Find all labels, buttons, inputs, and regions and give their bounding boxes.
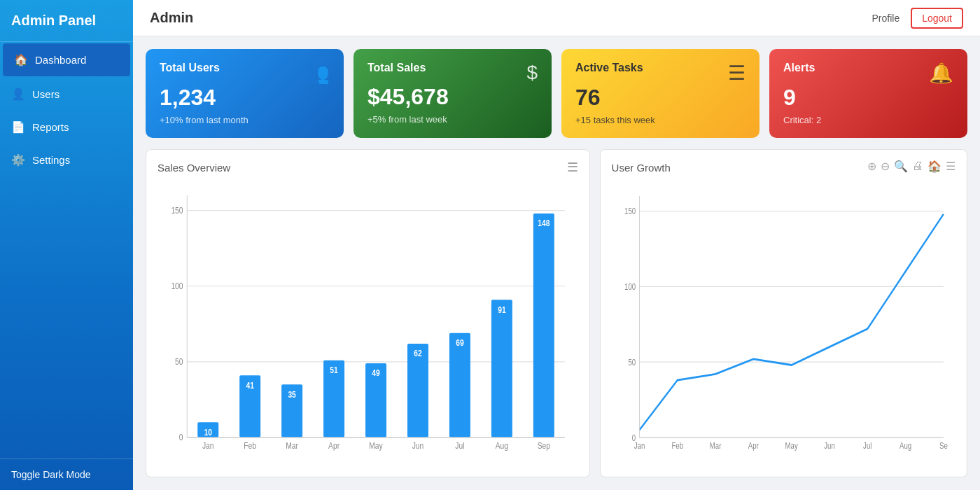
- svg-text:100: 100: [171, 281, 183, 290]
- sidebar-item-label: Dashboard: [35, 54, 86, 66]
- svg-text:Feb: Feb: [671, 441, 683, 450]
- svg-text:100: 100: [624, 282, 636, 291]
- content-area: Total Users 👥 1,234 +10% from last month…: [133, 36, 980, 490]
- svg-text:50: 50: [628, 358, 636, 367]
- svg-text:Aug: Aug: [496, 441, 508, 450]
- svg-text:51: 51: [330, 365, 338, 374]
- svg-text:Apr: Apr: [748, 441, 758, 450]
- stat-card-alerts: Alerts 🔔 9 Critical: 2: [769, 49, 967, 138]
- user-growth-chart-card: User Growth ⊕ ⊖ 🔍 🖨 🏠 ☰ 050100150JanFebM…: [600, 149, 967, 477]
- sidebar-item-label: Reports: [32, 121, 69, 133]
- stat-icon: ☰: [728, 62, 746, 85]
- sales-chart-title: Sales Overview ☰: [158, 160, 578, 175]
- profile-link[interactable]: Profile: [872, 13, 899, 24]
- svg-text:May: May: [785, 441, 798, 450]
- svg-rect-29: [491, 300, 512, 438]
- charts-row: Sales Overview ☰ 05010015010Jan41Feb35Ma…: [146, 149, 967, 477]
- stat-card-total-users: Total Users 👥 1,234 +10% from last month: [146, 49, 344, 138]
- svg-text:Jan: Jan: [634, 441, 645, 450]
- dashboard-icon: 🏠: [14, 53, 28, 66]
- header: Admin Profile Logout: [133, 0, 980, 36]
- sales-chart-menu-icon[interactable]: ☰: [567, 160, 578, 175]
- svg-text:Jun: Jun: [412, 441, 424, 450]
- toggle-dark-mode-button[interactable]: Toggle Dark Mode: [0, 458, 133, 490]
- user-growth-chart: 050100150JanFebMarAprMayJunJulAugSe: [612, 180, 955, 470]
- stat-sub: +15 tasks this week: [575, 115, 746, 125]
- svg-text:Apr: Apr: [328, 441, 340, 450]
- sidebar: Admin Panel 🏠 Dashboard 👤 Users 📄 Report…: [0, 0, 133, 490]
- svg-text:69: 69: [456, 338, 463, 347]
- svg-rect-26: [449, 333, 470, 438]
- svg-text:Jul: Jul: [863, 441, 872, 450]
- svg-text:Mar: Mar: [709, 441, 721, 450]
- sidebar-item-settings[interactable]: ⚙️ Settings: [0, 144, 133, 176]
- svg-text:Mar: Mar: [286, 441, 298, 450]
- svg-text:49: 49: [372, 368, 379, 377]
- sales-chart: 05010015010Jan41Feb35Mar51Apr49May62Jun6…: [158, 179, 578, 470]
- zoom-out-icon[interactable]: ⊖: [881, 160, 890, 173]
- chart-toolbar: ⊕ ⊖ 🔍 🖨 🏠 ☰: [867, 160, 955, 173]
- user-growth-chart-title: User Growth ⊕ ⊖ 🔍 🖨 🏠 ☰: [612, 160, 955, 176]
- sales-chart-card: Sales Overview ☰ 05010015010Jan41Feb35Ma…: [146, 149, 590, 477]
- sidebar-item-dashboard[interactable]: 🏠 Dashboard: [3, 43, 130, 76]
- settings-icon: ⚙️: [11, 153, 25, 167]
- stat-sub: +10% from last month: [160, 115, 330, 125]
- svg-text:Jun: Jun: [824, 441, 835, 450]
- stat-value: 76: [575, 85, 746, 111]
- page-title: Admin: [150, 10, 193, 26]
- search-icon[interactable]: 🔍: [894, 160, 908, 173]
- svg-text:Jan: Jan: [202, 441, 214, 450]
- sidebar-title: Admin Panel: [0, 0, 133, 42]
- stat-card-active-tasks: Active Tasks ☰ 76 +15 tasks this week: [561, 49, 760, 138]
- stat-label: Active Tasks: [575, 62, 643, 74]
- stat-icon: $: [526, 62, 538, 84]
- stat-sub: +5% from last week: [368, 114, 538, 125]
- stat-label: Alerts: [783, 62, 815, 74]
- menu-icon[interactable]: ☰: [946, 160, 955, 173]
- svg-rect-32: [533, 214, 554, 438]
- svg-text:Jul: Jul: [455, 441, 464, 450]
- svg-text:150: 150: [624, 206, 636, 216]
- print-icon[interactable]: 🖨: [912, 160, 923, 173]
- sidebar-item-label: Settings: [32, 154, 70, 166]
- svg-text:May: May: [369, 441, 383, 450]
- stat-card-total-sales: Total Sales $ $45,678 +5% from last week: [354, 49, 552, 138]
- stats-row: Total Users 👥 1,234 +10% from last month…: [146, 49, 967, 138]
- svg-text:91: 91: [498, 305, 506, 314]
- svg-text:0: 0: [179, 433, 183, 442]
- svg-text:150: 150: [171, 206, 183, 215]
- svg-text:Feb: Feb: [244, 441, 256, 450]
- zoom-in-icon[interactable]: ⊕: [867, 160, 876, 173]
- stat-icon: 👥: [305, 62, 330, 85]
- stat-label: Total Users: [160, 62, 220, 74]
- main-content: Admin Profile Logout Total Users 👥 1,234…: [133, 0, 980, 490]
- stat-value: 9: [783, 85, 953, 111]
- sidebar-item-label: Users: [32, 88, 59, 100]
- stat-sub: Critical: 2: [783, 115, 953, 125]
- svg-text:Se: Se: [939, 441, 948, 450]
- svg-text:50: 50: [175, 357, 183, 366]
- stat-value: $45,678: [368, 84, 538, 110]
- home-icon[interactable]: 🏠: [927, 160, 941, 173]
- svg-text:41: 41: [246, 381, 254, 390]
- logout-button[interactable]: Logout: [911, 8, 963, 29]
- stat-label: Total Sales: [368, 62, 426, 74]
- stat-value: 1,234: [160, 85, 330, 111]
- stat-icon: 🔔: [929, 62, 953, 85]
- svg-text:Sep: Sep: [538, 441, 550, 450]
- sidebar-item-reports[interactable]: 📄 Reports: [0, 111, 133, 144]
- svg-text:35: 35: [288, 390, 296, 399]
- svg-text:148: 148: [538, 218, 550, 227]
- svg-text:62: 62: [414, 349, 421, 358]
- sidebar-item-users[interactable]: 👤 Users: [0, 78, 133, 111]
- reports-icon: 📄: [11, 120, 25, 134]
- svg-text:10: 10: [204, 428, 211, 437]
- header-actions: Profile Logout: [872, 8, 963, 29]
- svg-text:Aug: Aug: [899, 441, 911, 450]
- users-icon: 👤: [11, 88, 25, 101]
